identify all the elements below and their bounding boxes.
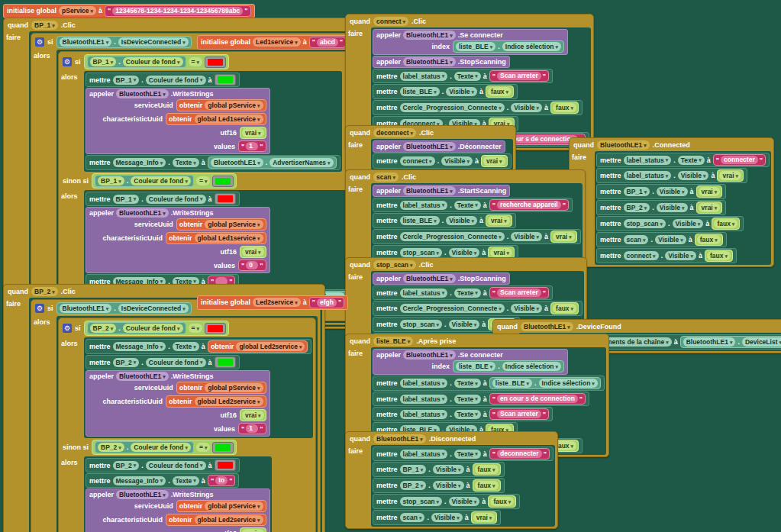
- logic-block[interactable]: faux▾: [473, 463, 501, 476]
- set-property-block[interactable]: mettreBP_2▾.Visible▾àvrai▾: [596, 200, 726, 215]
- property-dropdown[interactable]: Texte▾: [454, 395, 481, 404]
- text-block[interactable]: "en cour s de connection": [489, 393, 586, 405]
- logic-block[interactable]: vrai▾: [240, 127, 266, 139]
- component-dropdown[interactable]: BP_2▾: [400, 481, 427, 490]
- variable-dropdown[interactable]: global Led1service▾: [195, 114, 263, 124]
- component-dropdown[interactable]: BluetoothLE1▾: [116, 89, 169, 98]
- component-dropdown[interactable]: Cercle_Progression_Connecte▾: [400, 103, 505, 112]
- component-dropdown[interactable]: Message_Info▾: [113, 158, 166, 167]
- text-block[interactable]: "1": [238, 140, 266, 152]
- property-dropdown[interactable]: Indice sélection▾: [502, 42, 561, 51]
- text-block[interactable]: "Scan arreter": [489, 287, 549, 298]
- logic-dropdown[interactable]: vrai▾: [242, 128, 264, 137]
- set-property-block[interactable]: mettreCercle_Progression_Connecte▾.Visib…: [373, 229, 581, 244]
- mutator-gear-icon[interactable]: ⚙: [35, 37, 44, 47]
- text-literal[interactable]: 1: [246, 142, 258, 150]
- property-dropdown[interactable]: Texte▾: [454, 379, 481, 388]
- property-dropdown[interactable]: Visible▾: [449, 320, 480, 329]
- component-dropdown[interactable]: liste_BLE▾: [456, 42, 495, 51]
- call-method-block[interactable]: appelerBluetoothLE1▾.WriteStringsservice…: [86, 370, 270, 437]
- set-property-block[interactable]: mettreBP_2▾.Couleur de fond▾à: [86, 355, 240, 369]
- property-dropdown[interactable]: Texte▾: [678, 156, 705, 165]
- text-block[interactable]: "12345678-1234-1234-1234-123456789abc": [105, 5, 251, 17]
- init-global-block[interactable]: initialise globalLed2service▾à"efgh": [197, 295, 348, 310]
- property-getter-block[interactable]: liste_BLE▾.Indice sélection▾: [453, 360, 564, 372]
- compare-block[interactable]: BP_2▾.Couleur de fond▾=▾: [84, 321, 229, 336]
- set-property-block[interactable]: mettreMessage_Info▾.Texte▾àBluetoothLE1▾…: [86, 155, 340, 170]
- property-dropdown[interactable]: Texte▾: [173, 476, 199, 485]
- set-property-block[interactable]: mettreBP_2▾.Couleur de fond▾à: [86, 458, 240, 472]
- variable-dropdown[interactable]: global pService▾: [205, 383, 263, 392]
- component-dropdown[interactable]: Message_Info▾: [113, 476, 166, 485]
- logic-dropdown[interactable]: vrai▾: [699, 203, 721, 212]
- component-dropdown[interactable]: label_status▾: [400, 379, 448, 388]
- text-literal[interactable]: deconnecter: [497, 450, 542, 458]
- component-dropdown[interactable]: BP_2▾: [31, 287, 58, 296]
- logic-dropdown[interactable]: vrai▾: [242, 529, 264, 532]
- property-dropdown[interactable]: Texte▾: [454, 72, 481, 81]
- component-dropdown[interactable]: BluetoothLE1▾: [60, 304, 112, 313]
- text-literal[interactable]: 12345678-1234-1234-1234-123456789abc: [112, 7, 243, 15]
- equals-dropdown[interactable]: =▾: [196, 443, 210, 452]
- property-dropdown[interactable]: Visible▾: [446, 87, 477, 96]
- logic-dropdown[interactable]: faux▾: [490, 497, 514, 506]
- call-method-block[interactable]: appelerBluetoothLE1▾.WriteStringsservice…: [86, 207, 270, 273]
- text-block[interactable]: "efgh": [309, 297, 345, 308]
- property-getter-block[interactable]: BP_2▾.Couleur de fond▾: [87, 322, 186, 334]
- component-dropdown[interactable]: Message_Info▾: [113, 342, 166, 351]
- property-dropdown[interactable]: Visible▾: [655, 235, 686, 244]
- component-dropdown[interactable]: label_status▾: [400, 72, 448, 81]
- compare-block[interactable]: BP_2▾.Couleur de fond▾=▾: [92, 440, 237, 455]
- logic-dropdown[interactable]: faux▾: [707, 251, 731, 260]
- logic-dropdown[interactable]: vrai▾: [242, 247, 264, 256]
- event-block[interactable]: quandBluetoothLE1▾.Connectedfairemettrel…: [569, 137, 774, 267]
- get-variable-block[interactable]: obtenirglobal pService▾: [176, 500, 266, 512]
- component-dropdown[interactable]: BP_2▾: [98, 443, 124, 452]
- component-dropdown[interactable]: stop_scan▾: [400, 497, 443, 506]
- property-dropdown[interactable]: Couleur de fond▾: [146, 358, 206, 367]
- logic-block[interactable]: faux▾: [695, 234, 723, 246]
- logic-block[interactable]: vrai▾: [471, 511, 498, 524]
- logic-dropdown[interactable]: faux▾: [488, 87, 512, 96]
- color-swatch[interactable]: [208, 325, 223, 332]
- property-dropdown[interactable]: Visible▾: [431, 513, 463, 522]
- property-dropdown[interactable]: Visible▾: [511, 232, 542, 241]
- component-dropdown[interactable]: BP_1▾: [31, 21, 58, 30]
- component-dropdown[interactable]: BluetoothLE1▾: [597, 140, 650, 150]
- component-dropdown[interactable]: deconnect▾: [373, 128, 416, 137]
- logic-dropdown[interactable]: vrai▾: [553, 232, 575, 241]
- set-property-block[interactable]: mettrestop_scan▾.Visible▾àfaux▾: [596, 216, 744, 231]
- property-getter-block[interactable]: BP_2▾.Couleur de fond▾: [95, 441, 194, 453]
- text-literal[interactable]: efgh: [317, 298, 337, 307]
- component-dropdown[interactable]: BluetoothLE1▾: [403, 186, 456, 195]
- component-dropdown[interactable]: BluetoothLE1▾: [403, 142, 456, 151]
- component-dropdown[interactable]: BP_1▾: [113, 195, 140, 204]
- logic-block[interactable]: vrai▾: [240, 246, 266, 258]
- component-dropdown[interactable]: BluetoothLE1▾: [403, 274, 456, 283]
- component-dropdown[interactable]: BluetoothLE1▾: [116, 372, 169, 381]
- if-block[interactable]: ⚙siBP_1▾.Couleur de fond▾=▾alorsmettreBP…: [58, 51, 357, 321]
- variable-dropdown[interactable]: pService▾: [59, 6, 96, 15]
- get-variable-block[interactable]: obtenirglobal pService▾: [176, 382, 266, 394]
- component-dropdown[interactable]: liste_BLE▾: [400, 87, 440, 96]
- text-literal[interactable]: 1: [246, 424, 258, 433]
- text-literal[interactable]: 0: [246, 261, 258, 269]
- property-dropdown[interactable]: Visible▾: [446, 216, 477, 225]
- property-getter-block[interactable]: BluetoothLE1▾.DeviceList▾: [680, 336, 781, 348]
- color-block[interactable]: [215, 74, 236, 85]
- component-dropdown[interactable]: liste_BLE▾: [373, 337, 413, 346]
- when-deconnect-click[interactable]: quanddeconnect▾.ClicfaireappelerBluetoot…: [345, 124, 516, 172]
- blocks-workspace[interactable]: initialise globalpService▾à"12345678-123…: [0, 0, 781, 532]
- logic-block[interactable]: vrai▾: [486, 214, 512, 227]
- get-variable-block[interactable]: obtenirglobal Led2service▾: [208, 340, 308, 353]
- logic-block[interactable]: vrai▾: [481, 155, 508, 167]
- color-block[interactable]: [215, 193, 236, 205]
- set-property-block[interactable]: mettrelabel_status▾.Texte▾à"Scan arreter…: [373, 69, 553, 83]
- text-literal[interactable]: abcd: [317, 38, 338, 47]
- variable-dropdown[interactable]: global pService▾: [205, 501, 263, 511]
- component-dropdown[interactable]: connect▾: [624, 251, 659, 260]
- property-getter-block[interactable]: BluetoothLE1▾.IsDeviceConnected▾: [56, 302, 192, 314]
- text-block[interactable]: "deconnecter": [489, 448, 550, 459]
- component-dropdown[interactable]: stop_scan▾: [373, 260, 416, 269]
- component-dropdown[interactable]: liste_BLE▾: [456, 362, 495, 371]
